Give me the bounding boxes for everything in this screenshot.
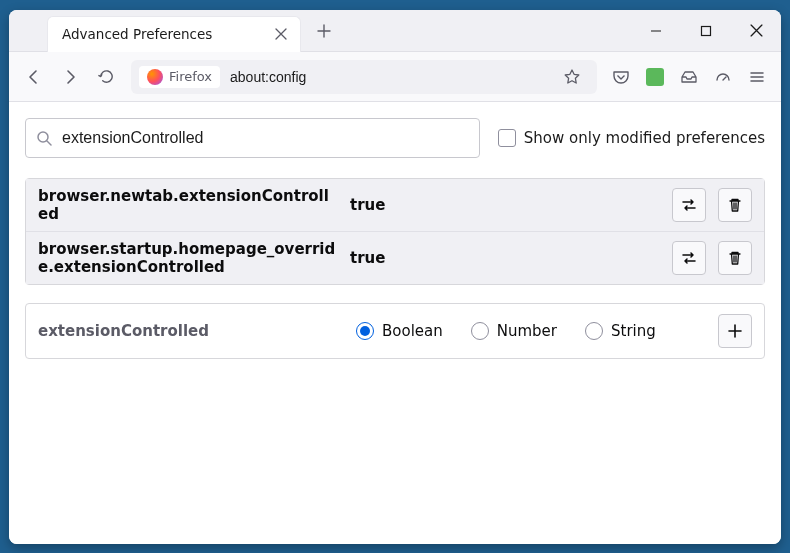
preference-row[interactable]: browser.startup.homepage_override.extens… [26,231,764,284]
titlebar: Advanced Preferences [9,10,781,52]
toggle-button[interactable] [672,188,706,222]
minimize-button[interactable] [631,10,681,52]
delete-button[interactable] [718,188,752,222]
radio-label: Number [497,322,557,340]
maximize-button[interactable] [681,10,731,52]
preference-value: true [350,196,660,214]
search-input[interactable] [60,128,469,148]
type-string-radio[interactable]: String [585,322,656,340]
new-tab-button[interactable] [309,16,339,46]
delete-button[interactable] [718,241,752,275]
preference-value: true [350,249,660,267]
add-button[interactable] [718,314,752,348]
tab-title: Advanced Preferences [62,26,212,42]
preference-list: browser.newtab.extensionControlled true … [25,178,765,285]
pocket-icon[interactable] [605,61,637,93]
window-controls [631,10,781,52]
extension-icon[interactable] [639,61,671,93]
inbox-icon[interactable] [673,61,705,93]
radio-icon [585,322,603,340]
reload-button[interactable] [89,60,123,94]
menu-button[interactable] [741,61,773,93]
bookmark-star-icon[interactable] [563,68,589,86]
close-tab-button[interactable] [272,25,290,43]
dashboard-icon[interactable] [707,61,739,93]
type-number-radio[interactable]: Number [471,322,557,340]
firefox-logo-icon [147,69,163,85]
add-preference-name: extensionControlled [38,322,338,340]
show-modified-checkbox[interactable]: Show only modified preferences [498,129,765,147]
checkbox-icon [498,129,516,147]
radio-label: String [611,322,656,340]
navigation-toolbar: Firefox [9,52,781,102]
about-config-content: Show only modified preferences browser.n… [9,102,781,544]
identity-label: Firefox [169,69,212,84]
url-input[interactable] [228,68,555,86]
checkbox-label: Show only modified preferences [524,129,765,147]
radio-icon [356,322,374,340]
url-bar[interactable]: Firefox [131,60,597,94]
identity-box[interactable]: Firefox [139,66,220,88]
close-window-button[interactable] [731,10,781,52]
search-box[interactable] [25,118,480,158]
svg-rect-0 [702,26,711,35]
back-button[interactable] [17,60,51,94]
preference-row[interactable]: browser.newtab.extensionControlled true [26,179,764,231]
browser-window: Advanced Preferences [9,10,781,544]
preference-name: browser.startup.homepage_override.extens… [38,240,338,276]
tab-active[interactable]: Advanced Preferences [47,16,301,52]
radio-icon [471,322,489,340]
type-boolean-radio[interactable]: Boolean [356,322,443,340]
forward-button[interactable] [53,60,87,94]
add-preference-row: extensionControlled Boolean Number Strin… [25,303,765,359]
preference-name: browser.newtab.extensionControlled [38,187,338,223]
search-icon [36,130,52,146]
radio-label: Boolean [382,322,443,340]
toggle-button[interactable] [672,241,706,275]
type-radio-group: Boolean Number String [356,322,700,340]
